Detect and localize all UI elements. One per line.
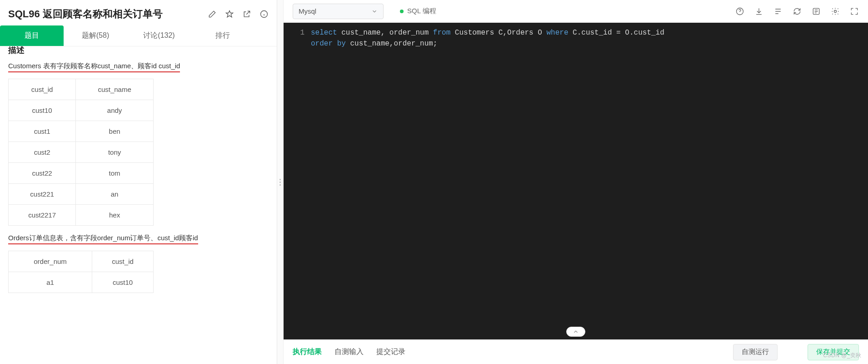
customers-table: cust_id cust_name cust10andy cust1ben cu… bbox=[8, 79, 154, 226]
svg-point-3 bbox=[834, 10, 837, 12]
code-area[interactable]: select cust_name, order_num from Custome… bbox=[311, 23, 868, 339]
table-row: cust22tom bbox=[9, 163, 154, 184]
settings-icon[interactable] bbox=[831, 7, 840, 16]
fullscreen-icon[interactable] bbox=[850, 7, 859, 16]
language-label: Mysql bbox=[299, 7, 316, 15]
orders-table: order_num cust_id a1cust10 bbox=[8, 251, 154, 293]
problem-content[interactable]: 描述 Customers 表有字段顾客名称cust_name、顾客id cust… bbox=[0, 46, 277, 364]
star-icon[interactable] bbox=[225, 10, 234, 19]
code-editor[interactable]: 1 select cust_name, order_num from Custo… bbox=[284, 23, 868, 339]
collapse-handle[interactable] bbox=[566, 327, 585, 337]
refresh-icon[interactable] bbox=[793, 7, 802, 16]
watermark: CSDN @_奕秋 bbox=[823, 352, 862, 359]
edit-icon[interactable] bbox=[208, 10, 217, 19]
tab-rank[interactable]: 排行 bbox=[191, 25, 254, 46]
table-row: cust10andy bbox=[9, 100, 154, 121]
download-icon[interactable] bbox=[754, 7, 763, 16]
note-icon[interactable] bbox=[812, 7, 821, 16]
line-gutter: 1 bbox=[284, 23, 311, 339]
table-row: cust221an bbox=[9, 184, 154, 205]
col-header: cust_id bbox=[92, 251, 154, 272]
desc-heading: 描述 bbox=[8, 46, 269, 56]
editor-mode: SQL 编程 bbox=[400, 7, 436, 15]
chevron-down-icon bbox=[371, 8, 378, 15]
status-dot-icon bbox=[400, 10, 404, 13]
left-tabs: 题目 题解(58) 讨论(132) 排行 bbox=[0, 25, 277, 46]
orders-desc: Orders订单信息表，含有字段order_num订单号、cust_id顾客id bbox=[8, 234, 198, 244]
col-header: order_num bbox=[9, 251, 92, 272]
language-select[interactable]: Mysql bbox=[293, 4, 384, 19]
col-header: cust_name bbox=[76, 79, 154, 100]
self-test-button[interactable]: 自测运行 bbox=[733, 344, 778, 360]
tab-discuss[interactable]: 讨论(132) bbox=[127, 25, 191, 46]
tab-run-result[interactable]: 执行结果 bbox=[293, 347, 322, 357]
list-icon[interactable] bbox=[773, 7, 783, 16]
tab-self-input[interactable]: 自测输入 bbox=[334, 347, 364, 357]
share-icon[interactable] bbox=[242, 10, 251, 19]
chevron-up-icon bbox=[573, 329, 579, 335]
tab-solutions[interactable]: 题解(58) bbox=[64, 25, 127, 46]
table-row: cust1ben bbox=[9, 121, 154, 142]
customers-desc: Customers 表有字段顾客名称cust_name、顾客id cust_id bbox=[8, 62, 180, 72]
pane-resize-handle[interactable] bbox=[277, 0, 284, 364]
tab-submit-history[interactable]: 提交记录 bbox=[376, 347, 405, 357]
tab-problem[interactable]: 题目 bbox=[0, 25, 64, 46]
table-row: cust2217hex bbox=[9, 205, 154, 226]
table-row: cust2tony bbox=[9, 142, 154, 163]
col-header: cust_id bbox=[9, 79, 76, 100]
info-icon[interactable] bbox=[259, 10, 269, 19]
help-icon[interactable] bbox=[735, 7, 744, 16]
table-row: a1cust10 bbox=[9, 272, 154, 293]
page-title: SQL96 返回顾客名称和相关订单号 bbox=[8, 7, 203, 21]
